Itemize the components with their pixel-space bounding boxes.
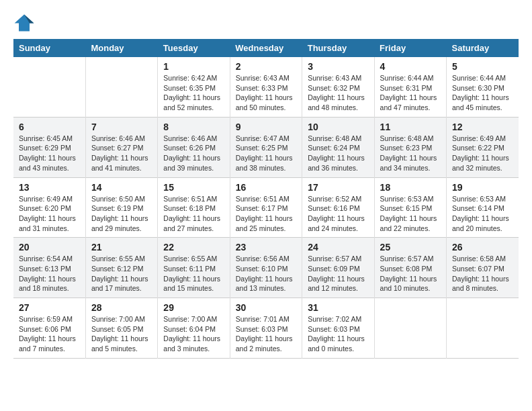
day-number: 14 bbox=[91, 182, 152, 193]
calendar-cell: 29Sunrise: 7:00 AM Sunset: 6:04 PM Dayli… bbox=[158, 298, 230, 359]
day-number: 28 bbox=[91, 302, 152, 313]
day-number: 24 bbox=[308, 242, 368, 253]
day-number: 20 bbox=[19, 242, 80, 253]
calendar-week-row: 13Sunrise: 6:49 AM Sunset: 6:20 PM Dayli… bbox=[13, 177, 519, 238]
calendar-cell: 5Sunrise: 6:44 AM Sunset: 6:30 PM Daylig… bbox=[447, 57, 519, 117]
weekday-header-monday: Monday bbox=[85, 39, 157, 57]
calendar-cell: 19Sunrise: 6:53 AM Sunset: 6:14 PM Dayli… bbox=[447, 177, 519, 238]
calendar-cell: 2Sunrise: 6:43 AM Sunset: 6:33 PM Daylig… bbox=[230, 57, 302, 117]
day-number: 6 bbox=[19, 122, 80, 132]
day-info: Sunrise: 6:45 AM Sunset: 6:29 PM Dayligh… bbox=[19, 134, 80, 173]
calendar-cell bbox=[13, 57, 85, 117]
day-number: 31 bbox=[308, 302, 368, 313]
day-number: 11 bbox=[380, 122, 441, 132]
weekday-header-tuesday: Tuesday bbox=[158, 39, 230, 57]
calendar-cell: 13Sunrise: 6:49 AM Sunset: 6:20 PM Dayli… bbox=[13, 177, 85, 238]
day-info: Sunrise: 6:55 AM Sunset: 6:12 PM Dayligh… bbox=[91, 254, 152, 293]
day-number: 25 bbox=[380, 242, 441, 253]
day-info: Sunrise: 6:48 AM Sunset: 6:23 PM Dayligh… bbox=[380, 134, 441, 173]
day-number: 7 bbox=[91, 122, 152, 132]
weekday-header-thursday: Thursday bbox=[302, 39, 374, 57]
day-number: 2 bbox=[236, 61, 296, 72]
day-number: 27 bbox=[19, 302, 80, 313]
day-info: Sunrise: 6:47 AM Sunset: 6:25 PM Dayligh… bbox=[236, 134, 296, 173]
calendar-cell: 30Sunrise: 7:01 AM Sunset: 6:03 PM Dayli… bbox=[230, 298, 302, 359]
day-info: Sunrise: 6:46 AM Sunset: 6:26 PM Dayligh… bbox=[163, 134, 224, 173]
weekday-header-row: SundayMondayTuesdayWednesdayThursdayFrid… bbox=[13, 39, 519, 57]
calendar-cell: 15Sunrise: 6:51 AM Sunset: 6:18 PM Dayli… bbox=[158, 177, 230, 238]
calendar-cell: 17Sunrise: 6:52 AM Sunset: 6:16 PM Dayli… bbox=[302, 177, 374, 238]
calendar-cell: 18Sunrise: 6:53 AM Sunset: 6:15 PM Dayli… bbox=[374, 177, 446, 238]
day-info: Sunrise: 6:59 AM Sunset: 6:06 PM Dayligh… bbox=[19, 314, 80, 354]
calendar-cell: 16Sunrise: 6:51 AM Sunset: 6:17 PM Dayli… bbox=[230, 177, 302, 238]
day-number: 29 bbox=[163, 302, 224, 313]
day-number: 5 bbox=[452, 61, 513, 72]
day-info: Sunrise: 7:01 AM Sunset: 6:03 PM Dayligh… bbox=[236, 314, 296, 354]
day-info: Sunrise: 7:02 AM Sunset: 6:03 PM Dayligh… bbox=[308, 314, 368, 354]
logo bbox=[13, 13, 38, 32]
day-number: 23 bbox=[236, 242, 296, 253]
day-info: Sunrise: 6:51 AM Sunset: 6:17 PM Dayligh… bbox=[236, 194, 296, 234]
calendar-cell: 1Sunrise: 6:42 AM Sunset: 6:35 PM Daylig… bbox=[158, 57, 230, 117]
day-number: 30 bbox=[236, 302, 296, 313]
day-info: Sunrise: 6:52 AM Sunset: 6:16 PM Dayligh… bbox=[308, 194, 368, 234]
day-number: 15 bbox=[163, 182, 224, 193]
calendar-cell bbox=[447, 298, 519, 359]
calendar-cell: 9Sunrise: 6:47 AM Sunset: 6:25 PM Daylig… bbox=[230, 117, 302, 177]
day-info: Sunrise: 6:58 AM Sunset: 6:07 PM Dayligh… bbox=[452, 254, 513, 293]
day-info: Sunrise: 6:53 AM Sunset: 6:14 PM Dayligh… bbox=[452, 194, 513, 234]
day-info: Sunrise: 6:43 AM Sunset: 6:32 PM Dayligh… bbox=[308, 73, 368, 113]
calendar-cell: 3Sunrise: 6:43 AM Sunset: 6:32 PM Daylig… bbox=[302, 57, 374, 117]
calendar-cell: 4Sunrise: 6:44 AM Sunset: 6:31 PM Daylig… bbox=[374, 57, 446, 117]
calendar-cell: 27Sunrise: 6:59 AM Sunset: 6:06 PM Dayli… bbox=[13, 298, 85, 359]
calendar-cell: 31Sunrise: 7:02 AM Sunset: 6:03 PM Dayli… bbox=[302, 298, 374, 359]
calendar-cell: 21Sunrise: 6:55 AM Sunset: 6:12 PM Dayli… bbox=[85, 238, 157, 298]
calendar-week-row: 20Sunrise: 6:54 AM Sunset: 6:13 PM Dayli… bbox=[13, 238, 519, 298]
weekday-header-wednesday: Wednesday bbox=[230, 39, 302, 57]
day-number: 1 bbox=[163, 61, 224, 72]
day-info: Sunrise: 6:51 AM Sunset: 6:18 PM Dayligh… bbox=[163, 194, 224, 234]
calendar-week-row: 1Sunrise: 6:42 AM Sunset: 6:35 PM Daylig… bbox=[13, 57, 519, 117]
day-number: 16 bbox=[236, 182, 296, 193]
day-info: Sunrise: 6:57 AM Sunset: 6:08 PM Dayligh… bbox=[380, 254, 441, 293]
day-number: 10 bbox=[308, 122, 368, 132]
day-number: 17 bbox=[308, 182, 368, 193]
page-header bbox=[13, 13, 519, 32]
calendar-cell: 14Sunrise: 6:50 AM Sunset: 6:19 PM Dayli… bbox=[85, 177, 157, 238]
calendar-week-row: 6Sunrise: 6:45 AM Sunset: 6:29 PM Daylig… bbox=[13, 117, 519, 177]
logo-icon bbox=[13, 13, 35, 32]
day-number: 21 bbox=[91, 242, 152, 253]
calendar-cell: 12Sunrise: 6:49 AM Sunset: 6:22 PM Dayli… bbox=[447, 117, 519, 177]
day-number: 9 bbox=[236, 122, 296, 132]
day-info: Sunrise: 7:00 AM Sunset: 6:04 PM Dayligh… bbox=[163, 314, 224, 354]
day-info: Sunrise: 6:50 AM Sunset: 6:19 PM Dayligh… bbox=[91, 194, 152, 234]
day-number: 3 bbox=[308, 61, 368, 72]
calendar-cell bbox=[85, 57, 157, 117]
day-info: Sunrise: 6:49 AM Sunset: 6:22 PM Dayligh… bbox=[452, 134, 513, 173]
day-info: Sunrise: 6:54 AM Sunset: 6:13 PM Dayligh… bbox=[19, 254, 80, 293]
day-number: 8 bbox=[163, 122, 224, 132]
day-info: Sunrise: 6:44 AM Sunset: 6:30 PM Dayligh… bbox=[452, 73, 513, 113]
calendar-cell: 23Sunrise: 6:56 AM Sunset: 6:10 PM Dayli… bbox=[230, 238, 302, 298]
day-number: 19 bbox=[452, 182, 513, 193]
calendar-cell: 26Sunrise: 6:58 AM Sunset: 6:07 PM Dayli… bbox=[447, 238, 519, 298]
day-info: Sunrise: 6:55 AM Sunset: 6:11 PM Dayligh… bbox=[163, 254, 224, 293]
day-info: Sunrise: 6:42 AM Sunset: 6:35 PM Dayligh… bbox=[163, 73, 224, 113]
weekday-header-sunday: Sunday bbox=[13, 39, 85, 57]
calendar-cell: 11Sunrise: 6:48 AM Sunset: 6:23 PM Dayli… bbox=[374, 117, 446, 177]
calendar-cell: 22Sunrise: 6:55 AM Sunset: 6:11 PM Dayli… bbox=[158, 238, 230, 298]
calendar-cell: 10Sunrise: 6:48 AM Sunset: 6:24 PM Dayli… bbox=[302, 117, 374, 177]
calendar-cell: 20Sunrise: 6:54 AM Sunset: 6:13 PM Dayli… bbox=[13, 238, 85, 298]
calendar-cell: 25Sunrise: 6:57 AM Sunset: 6:08 PM Dayli… bbox=[374, 238, 446, 298]
day-info: Sunrise: 6:44 AM Sunset: 6:31 PM Dayligh… bbox=[380, 73, 441, 113]
calendar-cell: 7Sunrise: 6:46 AM Sunset: 6:27 PM Daylig… bbox=[85, 117, 157, 177]
day-number: 26 bbox=[452, 242, 513, 253]
calendar-week-row: 27Sunrise: 6:59 AM Sunset: 6:06 PM Dayli… bbox=[13, 298, 519, 359]
day-info: Sunrise: 6:57 AM Sunset: 6:09 PM Dayligh… bbox=[308, 254, 368, 293]
day-info: Sunrise: 6:53 AM Sunset: 6:15 PM Dayligh… bbox=[380, 194, 441, 234]
day-info: Sunrise: 7:00 AM Sunset: 6:05 PM Dayligh… bbox=[91, 314, 152, 354]
day-number: 18 bbox=[380, 182, 441, 193]
day-info: Sunrise: 6:43 AM Sunset: 6:33 PM Dayligh… bbox=[236, 73, 296, 113]
calendar-cell: 28Sunrise: 7:00 AM Sunset: 6:05 PM Dayli… bbox=[85, 298, 157, 359]
day-info: Sunrise: 6:46 AM Sunset: 6:27 PM Dayligh… bbox=[91, 134, 152, 173]
